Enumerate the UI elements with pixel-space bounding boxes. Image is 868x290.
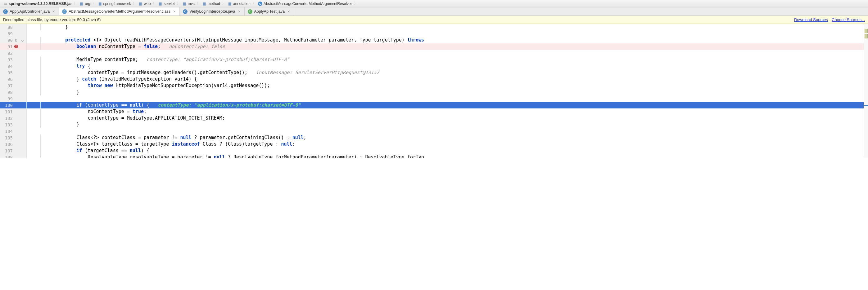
editor-tab[interactable]: CApplyApiTest.java✕	[245, 7, 294, 15]
code-line[interactable]: try {	[27, 63, 864, 69]
marker-current-line[interactable]	[864, 105, 868, 106]
code-line[interactable]: noContentType = true;	[27, 108, 864, 115]
code-line[interactable]: contentType = MediaType.APPLICATION_OCTE…	[27, 115, 864, 121]
collapse-icon[interactable]	[21, 38, 24, 41]
close-icon[interactable]: ✕	[172, 10, 176, 14]
code-line[interactable]	[27, 128, 864, 135]
code-token: }	[76, 121, 79, 128]
marker-warning[interactable]	[865, 34, 868, 38]
code-token: throw new	[88, 82, 113, 89]
breakpoint-icon[interactable]	[14, 44, 18, 49]
code-line[interactable]: throw new HttpMediaTypeNotSupportedExcep…	[27, 82, 864, 89]
code-line[interactable]: contentType = inputMessage.getHeaders().…	[27, 69, 864, 76]
code-token: catch	[82, 76, 96, 82]
gutter[interactable]: 888990@919293949596979899100101102103104…	[0, 24, 27, 158]
folder-icon: ▆	[138, 2, 143, 6]
gutter-line[interactable]: 101	[0, 108, 26, 115]
code-token: contentType: "application/x-protobuf;cha…	[147, 57, 290, 63]
code-line[interactable]	[27, 30, 864, 37]
tab-label: ApplyApiController.java	[10, 9, 50, 14]
code-line[interactable]: } catch (InvalidMediaTypeException var14…	[27, 76, 864, 82]
breadcrumb-item[interactable]: ▆mvc	[181, 2, 196, 6]
code-token: Class<?> contextClass = parameter !=	[76, 135, 180, 141]
code-line[interactable]: Class<T> targetClass = targetType instan…	[27, 141, 864, 147]
code-token: true	[132, 108, 144, 115]
code-line[interactable]	[27, 50, 864, 57]
marker-strip[interactable]	[864, 24, 868, 158]
gutter-line[interactable]: 105	[0, 135, 26, 141]
breadcrumb-item[interactable]: ▆web	[137, 2, 152, 6]
download-sources-link[interactable]: Download Sources	[794, 17, 828, 22]
close-icon[interactable]: ✕	[286, 10, 290, 14]
breadcrumb-item[interactable]: CAbstractMessageConverterMethodArgumentR…	[257, 2, 353, 6]
gutter-line[interactable]: 98	[0, 89, 26, 96]
code-token: noContentType =	[88, 108, 132, 115]
code-line[interactable]: if (contentType == null) { contentType: …	[27, 102, 864, 108]
gutter-line[interactable]: 100	[0, 102, 26, 108]
gutter-line[interactable]: 103	[0, 121, 26, 128]
gutter-line[interactable]: 93	[0, 57, 26, 63]
close-icon[interactable]: ✕	[237, 10, 241, 14]
class-icon: C	[3, 9, 8, 14]
gutter-line[interactable]: 91	[0, 43, 26, 50]
breadcrumb-sep: 〉	[73, 1, 78, 6]
tab-label: AbstractMessageConverterMethodArgumentRe…	[69, 9, 170, 14]
breadcrumb-label: springframework	[103, 2, 131, 6]
editor-tab[interactable]: CAbstractMessageConverterMethodArgumentR…	[59, 7, 180, 15]
gutter-line[interactable]: 89	[0, 30, 26, 37]
editor[interactable]: 888990@919293949596979899100101102103104…	[0, 24, 868, 158]
folder-icon: ▆	[227, 2, 232, 6]
gutter-line[interactable]: 107	[0, 147, 26, 154]
marker-warning[interactable]	[865, 29, 868, 33]
code-token: Class ? (Class)targetType :	[200, 141, 281, 147]
breadcrumb-item[interactable]: ▆org	[78, 2, 91, 6]
breadcrumb-label: annotation	[233, 2, 251, 6]
code-line[interactable]: }	[27, 24, 864, 30]
indent-guide	[40, 89, 41, 96]
code-line[interactable]: }	[27, 121, 864, 128]
code-token: }	[65, 24, 68, 30]
code-line[interactable]: ResolvableType resolvableType = paramete…	[27, 154, 864, 158]
indent-guide	[40, 24, 41, 30]
code-token: ;	[144, 108, 147, 115]
indent-guide	[40, 141, 41, 147]
code-line[interactable]	[27, 96, 864, 102]
gutter-line[interactable]: 92	[0, 50, 26, 57]
gutter-line[interactable]: 106	[0, 141, 26, 147]
code-token: null	[130, 102, 141, 108]
breadcrumb-item[interactable]: ▆springframework	[97, 2, 132, 6]
code-line[interactable]: boolean noContentType = false; noContent…	[27, 43, 864, 50]
tab-label: VerifyLoginInterceptor.java	[189, 9, 235, 14]
breadcrumb-item[interactable]: ▆servlet	[157, 2, 176, 6]
editor-tab[interactable]: CApplyApiController.java✕	[0, 7, 59, 15]
override-icon[interactable]: @	[14, 38, 18, 42]
code-line[interactable]: }	[27, 89, 864, 96]
code-line[interactable]: MediaType contentType; contentType: "app…	[27, 57, 864, 63]
breadcrumb-item[interactable]: ▆method	[201, 2, 221, 6]
gutter-line[interactable]: 104	[0, 128, 26, 135]
code-token: <T> Object readWithMessageConverters(Htt…	[90, 37, 407, 43]
code-token: ? ResolvableType.forMethodParameter(para…	[225, 154, 424, 158]
code-token: noContentType: false	[169, 43, 225, 50]
gutter-line[interactable]: 99	[0, 96, 26, 102]
gutter-line[interactable]: 102	[0, 115, 26, 121]
gutter-line[interactable]: 97	[0, 82, 26, 89]
gutter-line[interactable]: 96	[0, 76, 26, 82]
gutter-line[interactable]: 90@	[0, 37, 26, 43]
choose-sources-link[interactable]: Choose Sources...	[832, 17, 865, 22]
code-area[interactable]: } protected <T> Object readWithMessageCo…	[27, 24, 864, 158]
code-token: ResolvableType resolvableType = paramete…	[88, 154, 214, 158]
code-line[interactable]: protected <T> Object readWithMessageConv…	[27, 37, 864, 43]
indent-guide	[40, 69, 41, 76]
gutter-line[interactable]: 95	[0, 69, 26, 76]
close-icon[interactable]: ✕	[52, 10, 56, 14]
code-line[interactable]: if (targetClass == null) {	[27, 147, 864, 154]
breadcrumb-item[interactable]: ▭spring-webmvc-4.3.20.RELEASE.jar	[2, 2, 73, 6]
code-token: }	[76, 89, 79, 96]
gutter-line[interactable]: 88	[0, 24, 26, 30]
breadcrumb-item[interactable]: ▆annotation	[226, 2, 252, 6]
editor-tab[interactable]: CVerifyLoginInterceptor.java✕	[180, 7, 244, 15]
code-line[interactable]: Class<?> contextClass = parameter != nul…	[27, 135, 864, 141]
gutter-line[interactable]: 108	[0, 154, 26, 158]
gutter-line[interactable]: 94	[0, 63, 26, 69]
